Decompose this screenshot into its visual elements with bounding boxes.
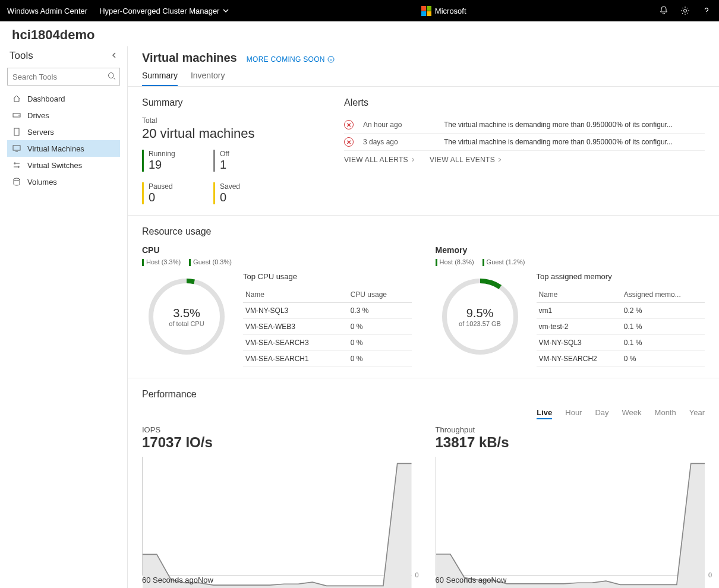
summary-states: Running19Off1Paused0Saved0 [142,150,308,204]
chart-zero: 0 [708,571,712,578]
svg-point-1 [109,73,114,78]
cluster-header: hci1804demo [0,21,719,46]
performance-heading: Performance [142,389,705,400]
page-title: Virtual machines [142,51,237,65]
table-row[interactable]: VM-SEA-SEARCH30 % [243,335,412,351]
range-hour[interactable]: Hour [565,408,582,419]
more-coming-soon-link[interactable]: MORE COMING SOON [247,55,335,64]
sidebar-item-label: Drives [27,111,49,120]
error-icon: ✕ [344,120,354,129]
drive-icon [12,110,21,120]
info-icon [327,56,335,63]
throughput-value: 13817 kB/s [436,434,705,451]
search-icon[interactable] [107,71,116,83]
sidebar-item-drives[interactable]: Drives [7,107,120,124]
top-cpu-title: Top CPU usage [243,272,412,281]
search-tools-wrapper [7,68,120,86]
more-coming-soon-label: MORE COMING SOON [247,55,325,64]
table-row[interactable]: VM-SEA-WEB30 % [243,319,412,335]
home-icon [12,94,21,103]
range-year[interactable]: Year [689,408,705,419]
sidebar-item-label: Servers [27,128,54,137]
tab-summary[interactable]: Summary [142,71,178,86]
sidebar-item-label: Volumes [27,178,57,186]
settings-icon[interactable] [680,5,690,16]
table-row[interactable]: vm10.2 % [537,303,705,319]
status-off: Off1 [213,150,285,172]
range-month[interactable]: Month [655,408,676,419]
range-day[interactable]: Day [595,408,608,419]
view-all-alerts-link[interactable]: VIEW ALL ALERTS [344,156,415,164]
top-bar: Windows Admin Center Hyper-Converged Clu… [0,0,719,21]
chevron-right-icon [497,157,502,162]
table-row[interactable]: VM-NY-SQL30.3 % [243,303,412,319]
vm-icon [12,144,21,153]
top-mem-title: Top assigned memory [537,272,705,281]
status-running: Running19 [142,150,213,172]
summary-total-label: Total [142,116,308,125]
table-row[interactable]: VM-NY-SQL30.1 % [537,335,705,351]
table-row[interactable]: vm-test-20.1 % [537,319,705,335]
sidebar-item-virtual-machines[interactable]: Virtual Machines [7,140,120,157]
status-paused: Paused0 [142,182,213,204]
svg-point-6 [14,178,20,181]
alert-row[interactable]: ✕An hour agoThe virtual machine is deman… [344,116,705,134]
server-icon [12,127,21,137]
collapse-sidebar-icon[interactable] [111,52,118,61]
summary-heading: Summary [142,97,308,108]
page-tabs: Summary Inventory [128,65,719,87]
iops-label: IOPS [142,425,412,434]
svg-point-0 [684,10,687,12]
status-saved: Saved0 [213,182,285,204]
svg-rect-4 [14,128,19,135]
table-row[interactable]: VM-SEA-SEARCH10 % [243,351,412,367]
memory-block: Memory Host (8.3%)Guest (1.2%) 9.5%of 10… [436,245,705,367]
sidebar-item-volumes[interactable]: Volumes [7,173,120,190]
throughput-label: Throughput [436,425,705,434]
iops-chart: 0 [142,457,412,576]
notifications-icon[interactable] [658,5,669,16]
chart-zero: 0 [415,571,418,578]
mem-pct: 9.5% [466,306,494,320]
cpu-pct: 3.5% [173,306,200,320]
alert-row[interactable]: ✕3 days agoThe virtual machine is demand… [344,134,705,151]
range-week[interactable]: Week [622,408,642,419]
sidebar-item-label: Dashboard [27,94,65,103]
mem-donut: 9.5%of 1023.57 GB [436,272,525,361]
view-all-events-link[interactable]: VIEW ALL EVENTS [430,156,502,164]
context-dropdown[interactable]: Hyper-Converged Cluster Manager [99,7,229,15]
throughput-chart: 0 [436,457,705,576]
cpu-title: CPU [142,245,412,255]
sidebar-item-virtual-switches[interactable]: Virtual Switches [7,157,120,173]
table-row[interactable]: VM-NY-SEARCH20 % [537,351,705,367]
svg-point-3 [18,115,20,116]
range-live[interactable]: Live [537,408,552,419]
context-dropdown-label: Hyper-Converged Cluster Manager [99,7,219,15]
alerts-heading: Alerts [344,97,705,108]
performance-ranges: LiveHourDayWeekMonthYear [142,408,705,425]
sidebar-item-dashboard[interactable]: Dashboard [7,90,120,107]
sidebar-item-label: Virtual Machines [27,144,84,153]
microsoft-label: Microsoft [435,7,466,15]
cpu-donut: 3.5%of total CPU [142,272,231,361]
chevron-right-icon [411,157,415,162]
tools-title: Tools [10,50,33,62]
app-brand[interactable]: Windows Admin Center [7,7,87,15]
help-icon[interactable] [701,5,712,16]
resource-heading: Resource usage [142,226,705,237]
tools-sidebar: Tools Dashboard Drives Servers Virtual M… [0,46,128,588]
cluster-name: hci1804demo [12,27,707,43]
mem-sub: of 1023.57 GB [459,320,501,327]
svg-rect-5 [13,146,20,150]
volume-icon [12,177,21,186]
iops-value: 17037 IO/s [142,434,412,451]
alerts-list: ✕An hour agoThe virtual machine is deman… [344,116,705,151]
search-tools-input[interactable] [7,68,120,86]
sidebar-item-servers[interactable]: Servers [7,124,120,140]
chevron-down-icon [223,8,229,14]
error-icon: ✕ [344,137,354,147]
tab-inventory[interactable]: Inventory [191,71,225,86]
switch-icon [12,160,21,170]
cpu-block: CPU Host (3.3%)Guest (0.3%) 3.5%of total… [142,245,412,367]
sidebar-item-label: Virtual Switches [27,161,82,170]
